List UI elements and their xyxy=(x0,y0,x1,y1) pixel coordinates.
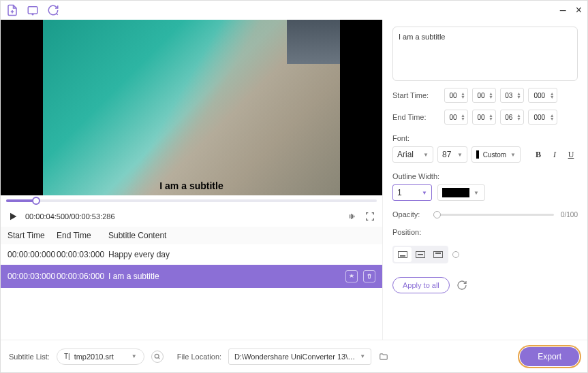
left-panel: I am a subtitle 00:00:04:500/00:00:53:28… xyxy=(1,20,383,340)
col-content-header: Subtitle Content xyxy=(108,231,375,240)
footer: Subtitle List: T|tmp2010.srt▼ File Locat… xyxy=(1,340,587,372)
position-top[interactable] xyxy=(429,247,447,262)
end-hour[interactable]: 00▲▼ xyxy=(444,110,468,125)
close-button[interactable]: × xyxy=(576,4,582,16)
end-min[interactable]: 00▲▼ xyxy=(472,110,496,125)
play-button[interactable] xyxy=(7,211,18,222)
position-label: Position: xyxy=(392,228,578,236)
minimize-button[interactable]: – xyxy=(560,4,566,16)
subtitle-list-label: Subtitle List: xyxy=(9,353,50,361)
outline-label: Outline Width: xyxy=(392,172,578,180)
subtitle-table-body: 00:00:00:00000:00:03:000Happy every day0… xyxy=(1,244,382,340)
position-bottom[interactable] xyxy=(394,247,412,262)
file-location-label: File Location: xyxy=(177,353,221,361)
translate-icon[interactable] xyxy=(345,270,358,282)
start-sec[interactable]: 03▲▼ xyxy=(500,88,524,103)
delete-icon[interactable] xyxy=(363,270,375,282)
font-size-select[interactable]: 87▼ xyxy=(437,146,467,163)
start-min[interactable]: 00▲▼ xyxy=(472,88,496,103)
underline-button[interactable]: U xyxy=(564,148,578,161)
video-preview[interactable]: I am a subtitle xyxy=(1,20,382,195)
new-file-icon[interactable] xyxy=(6,4,18,16)
subtitle-overlay: I am a subtitle xyxy=(159,180,223,191)
font-family-select[interactable]: Arial▼ xyxy=(392,146,433,163)
subtitle-file-select[interactable]: T|tmp2010.srt▼ xyxy=(57,348,144,365)
table-row[interactable]: 00:00:03:00000:00:06:000I am a subtitle xyxy=(1,265,382,288)
start-ms[interactable]: 000▲▼ xyxy=(528,88,557,103)
search-button[interactable] xyxy=(151,351,164,363)
outline-color-select[interactable]: ▼ xyxy=(437,184,485,201)
export-button[interactable]: Export xyxy=(520,347,579,366)
subtitle-text-input[interactable] xyxy=(392,27,578,81)
svg-rect-0 xyxy=(28,7,37,14)
timeline-slider[interactable] xyxy=(1,195,382,206)
new-subtitle-icon[interactable] xyxy=(27,4,39,16)
open-folder-icon[interactable] xyxy=(378,352,389,361)
font-label: Font: xyxy=(392,134,578,142)
position-middle[interactable] xyxy=(412,247,429,262)
end-ms[interactable]: 000▲▼ xyxy=(528,110,557,125)
fullscreen-icon[interactable] xyxy=(365,211,375,222)
opacity-label: Opacity: xyxy=(392,210,427,218)
subtitle-table-header: Start Time End Time Subtitle Content xyxy=(1,227,382,244)
end-sec[interactable]: 06▲▼ xyxy=(500,110,524,125)
apply-to-all-button[interactable]: Apply to all xyxy=(392,277,450,293)
col-end-header: End Time xyxy=(57,231,108,240)
file-location-select[interactable]: D:\Wondershare UniConverter 13\SubEd▼ xyxy=(228,348,371,365)
start-hour[interactable]: 00▲▼ xyxy=(444,88,468,103)
svg-point-1 xyxy=(155,354,159,358)
font-color-select[interactable]: Custom▼ xyxy=(471,146,521,163)
opacity-slider[interactable] xyxy=(433,214,554,216)
bold-button[interactable]: B xyxy=(531,148,545,161)
reset-icon[interactable] xyxy=(457,280,467,291)
titlebar: – × xyxy=(1,1,587,20)
italic-button[interactable]: I xyxy=(548,148,561,161)
timecode: 00:00:04:500/00:00:53:286 xyxy=(25,212,115,221)
col-start-header: Start Time xyxy=(7,231,57,240)
reload-icon[interactable] xyxy=(47,4,59,16)
waveform-icon[interactable] xyxy=(347,211,358,222)
table-row[interactable]: 00:00:00:00000:00:03:000Happy every day xyxy=(1,244,382,265)
position-custom-radio[interactable] xyxy=(452,251,459,258)
end-time-label: End Time: xyxy=(392,113,440,121)
outline-width-select[interactable]: 1▼ xyxy=(392,184,432,201)
start-time-label: Start Time: xyxy=(392,91,440,99)
opacity-value: 0/100 xyxy=(561,211,578,218)
right-panel: Start Time: 00▲▼ 00▲▼ 03▲▼ 000▲▼ End Tim… xyxy=(383,20,587,340)
